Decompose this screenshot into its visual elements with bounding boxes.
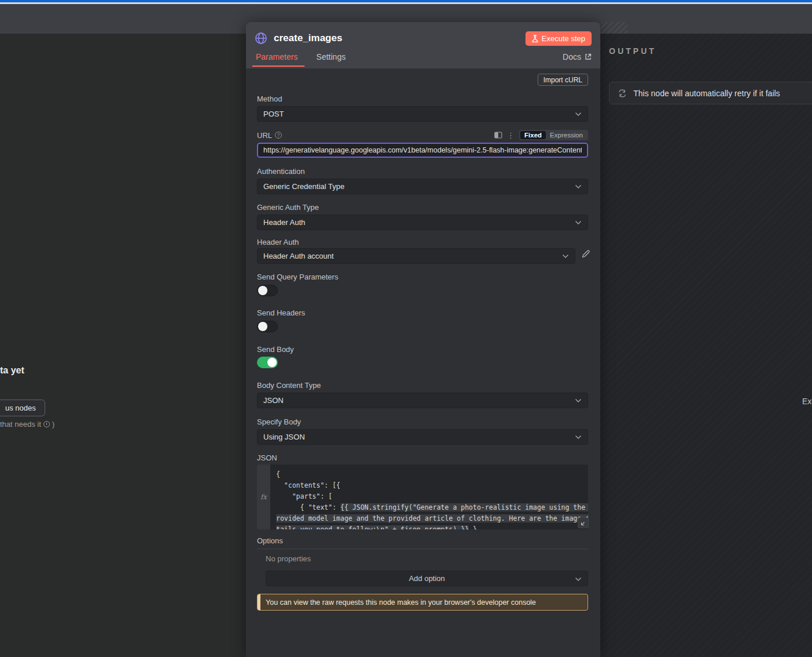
fx-gutter: fx <box>257 464 270 529</box>
generic-auth-type-label: Generic Auth Type <box>257 203 319 212</box>
specify-body-select[interactable]: Using JSON <box>257 429 588 445</box>
chevron-down-icon <box>575 398 582 403</box>
node-settings-panel: create_images Execute step Parameters Se… <box>246 22 600 657</box>
method-select[interactable]: POST <box>257 106 588 122</box>
input-panel-hint-fragment: that needs it ) <box>0 420 55 429</box>
json-code-editor[interactable]: fx { "contents": [{ "parts": [ { "text":… <box>257 464 588 529</box>
json-label: JSON <box>257 453 277 462</box>
send-headers-toggle[interactable] <box>257 321 278 332</box>
fixed-expression-toggle[interactable]: Fixed Expression <box>519 130 588 140</box>
docs-label: Docs <box>563 52 581 61</box>
more-options-icon[interactable]: ⋮ <box>507 131 514 140</box>
send-body-toggle[interactable] <box>257 357 278 368</box>
chevron-down-icon <box>575 435 582 440</box>
http-request-node-icon <box>255 32 267 45</box>
node-header: create_images Execute step Parameters Se… <box>246 22 600 68</box>
header-auth-label: Header Auth <box>257 238 299 246</box>
body-content-type-label: Body Content Type <box>257 381 321 390</box>
chevron-down-icon <box>562 254 569 259</box>
import-curl-button[interactable]: Import cURL <box>538 74 588 86</box>
expression-segment[interactable]: Expression <box>546 131 587 139</box>
hint-paren: ) <box>52 420 55 429</box>
chevron-down-icon <box>575 577 582 582</box>
tab-parameters[interactable]: Parameters <box>256 52 298 67</box>
generic-auth-type-select[interactable]: Header Auth <box>257 215 588 230</box>
external-link-icon <box>585 53 592 60</box>
generic-auth-type-value: Header Auth <box>263 218 305 227</box>
cut-off-execute-text[interactable]: Exe <box>802 397 812 406</box>
send-query-parameters-label: Send Query Parameters <box>257 273 338 281</box>
execute-previous-nodes-button[interactable]: us nodes <box>0 400 45 416</box>
add-option-label: Add option <box>409 574 445 583</box>
method-label: Method <box>257 95 282 103</box>
json-code-content[interactable]: { "contents": [{ "parts": [ { "text": {{… <box>270 464 588 529</box>
header-auth-select[interactable]: Header Auth account <box>257 248 575 264</box>
specify-body-label: Specify Body <box>257 418 301 426</box>
edit-credential-pencil-icon[interactable] <box>581 249 592 260</box>
execute-step-label: Execute step <box>542 34 585 43</box>
notice-text: You can view the raw requests this node … <box>260 598 536 607</box>
fixed-segment[interactable]: Fixed <box>520 131 546 139</box>
options-label: Options <box>257 536 283 545</box>
method-value: POST <box>263 110 284 118</box>
retry-icon <box>618 89 627 97</box>
dev-console-notice: You can view the raw requests this node … <box>257 594 588 611</box>
hint-text: that needs it <box>0 420 41 429</box>
clock-icon <box>44 421 50 427</box>
panel-drag-stripes <box>601 22 628 34</box>
url-input[interactable] <box>257 143 588 158</box>
docs-link[interactable]: Docs <box>563 52 592 67</box>
body-content-type-select[interactable]: JSON <box>257 393 588 408</box>
output-panel-title: OUTPUT <box>609 46 657 56</box>
help-circle-icon[interactable]: ? <box>275 132 282 139</box>
url-label: URL <box>257 131 272 140</box>
tab-settings[interactable]: Settings <box>316 52 346 67</box>
execute-step-button[interactable]: Execute step <box>525 31 592 46</box>
output-panel <box>600 34 812 657</box>
node-title: create_images <box>274 32 342 44</box>
authentication-select[interactable]: Generic Credential Type <box>257 179 588 194</box>
chevron-down-icon <box>575 112 582 117</box>
retry-callout: This node will automatically retry if it… <box>609 82 812 104</box>
specify-body-value: Using JSON <box>263 433 305 441</box>
workflow-editor-screen: ta yet us nodes that needs it ) OUTPUT T… <box>0 0 812 657</box>
execute-previous-nodes-label: us nodes <box>5 404 36 412</box>
chevron-down-icon <box>575 220 582 225</box>
authentication-label: Authentication <box>257 167 304 176</box>
open-expression-editor-button[interactable] <box>578 517 589 528</box>
authentication-value: Generic Credential Type <box>263 182 345 191</box>
send-body-label: Send Body <box>257 345 294 354</box>
body-content-type-value: JSON <box>263 396 284 405</box>
parameters-form: Import cURL Method POST URL ? ⋮ <box>246 68 600 657</box>
input-panel-title-fragment: ta yet <box>0 365 24 376</box>
chevron-down-icon <box>575 184 582 189</box>
split-panel-icon[interactable] <box>494 132 502 139</box>
header-auth-value: Header Auth account <box>263 252 334 260</box>
send-query-parameters-toggle[interactable] <box>257 285 278 296</box>
send-headers-label: Send Headers <box>257 308 305 317</box>
options-divider <box>257 549 588 549</box>
no-properties-text: No properties <box>266 554 311 563</box>
add-option-dropdown[interactable]: Add option <box>266 571 588 586</box>
flask-icon <box>532 35 538 42</box>
retry-note-text: This node will automatically retry if it… <box>633 89 780 98</box>
